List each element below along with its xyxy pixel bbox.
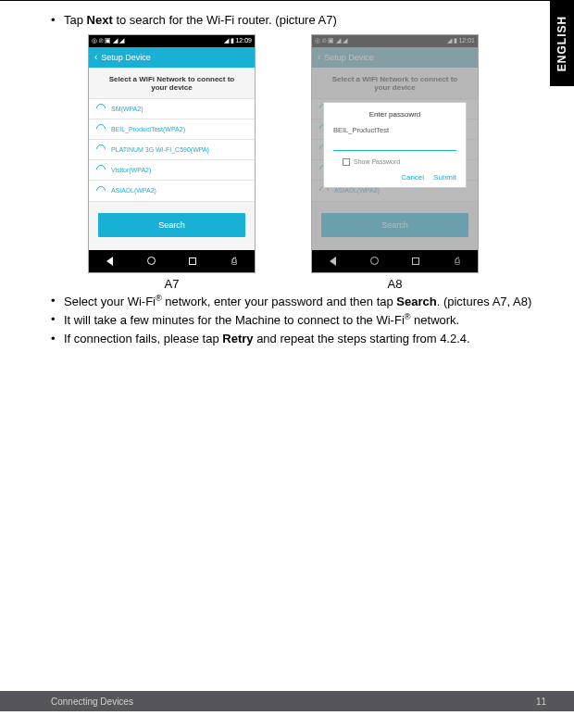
screenshot-label-a8: A8 <box>388 277 403 291</box>
wifi-icon <box>96 186 106 195</box>
wifi-list: SM(WPA2) BEIL_ProductTest(WPA2) PLATINUM… <box>89 98 255 202</box>
password-input <box>333 140 456 151</box>
show-password-label: Show Password <box>354 158 400 165</box>
wifi-name: Visitor(WPA2) <box>111 167 151 173</box>
wifi-icon <box>96 165 106 174</box>
wifi-icon <box>96 104 106 113</box>
text: . (pictures A7, A8) <box>437 295 532 308</box>
text: Select your Wi-Fi <box>64 295 156 308</box>
text: network, enter your password and then ta… <box>162 295 397 308</box>
screenshot-a8: ◎ ⎚ ▣ ◢ ◢ ◢ ▮ 12:01 ‹ Setup Device Selec… <box>311 34 479 273</box>
wifi-item: PLATINUM 3G WI-FI_C590(WPA) <box>89 140 255 160</box>
nav-home-icon <box>145 256 156 267</box>
wifi-icon <box>96 144 106 154</box>
instruction-item: Tap Next to search for the Wi-Fi router.… <box>51 12 546 29</box>
language-tab: ENGLISH <box>550 1 574 86</box>
footer-section: Connecting Devices <box>51 697 133 707</box>
wifi-item: SM(WPA2) <box>89 99 255 119</box>
wifi-item: Visitor(WPA2) <box>89 160 255 181</box>
dialog-ssid: BEIL_ProductTest <box>333 126 456 134</box>
search-button: Search <box>98 213 245 237</box>
wifi-name: PLATINUM 3G WI-FI_C590(WPA) <box>111 146 209 153</box>
checkbox-icon <box>343 158 350 166</box>
wifi-item: BEIL_ProductTest(WPA2) <box>89 119 255 140</box>
nav-back-icon <box>104 256 115 267</box>
cancel-button: Cancel <box>401 173 424 182</box>
text: If connection fails, please tap <box>64 332 222 345</box>
language-label: ENGLISH <box>555 16 568 71</box>
text: It will take a few minutes for the Machi… <box>64 314 405 328</box>
nav-extra-icon: ⎙ <box>229 256 240 267</box>
nav-recent-icon <box>187 256 198 267</box>
wifi-name: BEIL_ProductTest(WPA2) <box>111 126 185 132</box>
status-left: ◎ ⎚ ▣ ◢ ◢ <box>92 37 124 44</box>
app-bar-title: Setup Device <box>101 53 151 62</box>
instruction-item: It will take a few minutes for the Machi… <box>51 311 546 329</box>
wifi-name: ASIADL(WPA2) <box>111 187 156 194</box>
page-footer: Connecting Devices 11 <box>0 691 574 711</box>
text: to search for the Wi-Fi router. (picture… <box>113 13 337 27</box>
text-bold: Retry <box>222 332 253 345</box>
text: and repeat the steps starting from 4.2.4… <box>254 332 470 345</box>
screenshot-a7: ◎ ⎚ ▣ ◢ ◢ ◢ ▮ 12:09 ‹ Setup Device Selec… <box>88 34 256 273</box>
wifi-icon <box>96 124 106 133</box>
screenshot-label-a7: A7 <box>165 277 180 291</box>
footer-page-number: 11 <box>536 697 546 707</box>
text-bold: Search <box>396 295 436 308</box>
submit-button: Submit <box>433 173 456 182</box>
back-icon: ‹ <box>94 52 97 62</box>
text: Tap <box>64 13 87 27</box>
wifi-name: SM(WPA2) <box>111 106 143 112</box>
android-nav-bar: ⎙ <box>89 250 255 272</box>
instruction-item: If connection fails, please tap Retry an… <box>51 331 546 347</box>
text: network. <box>410 314 459 328</box>
show-password-row: Show Password <box>333 158 456 166</box>
text-bold: Next <box>87 13 113 27</box>
instruction-item: Select your Wi-Fi® network, enter your p… <box>51 293 546 310</box>
status-bar: ◎ ⎚ ▣ ◢ ◢ ◢ ▮ 12:09 <box>89 35 255 47</box>
dialog-title: Enter passowrd <box>333 110 456 119</box>
wifi-item: ASIADL(WPA2) <box>89 181 255 201</box>
app-bar: ‹ Setup Device <box>89 47 255 68</box>
screen-heading: Select a WiFi Network to connect to your… <box>89 68 255 98</box>
password-dialog: Enter passowrd BEIL_ProductTest Show Pas… <box>323 102 467 188</box>
status-right: ◢ ▮ 12:09 <box>224 37 252 44</box>
registered-mark: ® <box>156 294 162 303</box>
